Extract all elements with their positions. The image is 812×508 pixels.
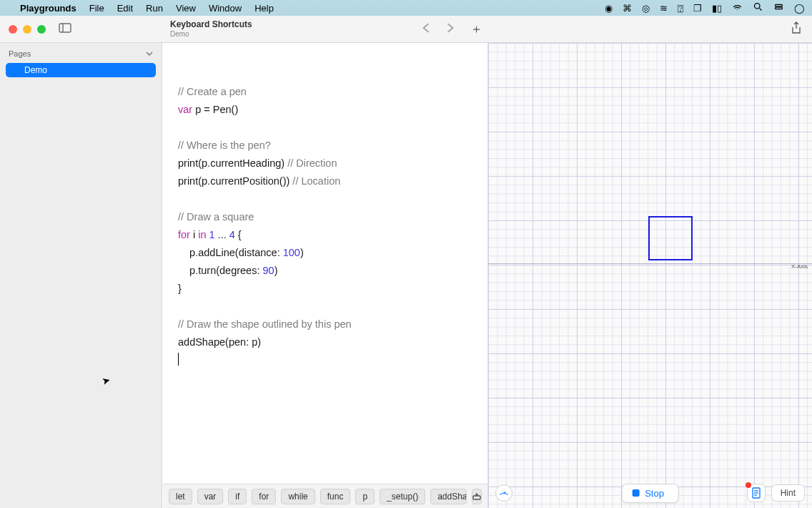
snippet-bar: let var if for while func p _setup() add…: [163, 484, 487, 508]
toolbar: Keyboard Shortcuts Demo ＋: [0, 16, 812, 43]
code-keyword: in: [198, 229, 206, 240]
status-icon-5[interactable]: ⍰: [678, 3, 683, 14]
sidebar-section-label: Pages: [9, 49, 31, 58]
menubar-left: Playgrounds File Edit Run View Window He…: [7, 3, 274, 14]
snippet-p[interactable]: p: [355, 489, 375, 504]
menu-view[interactable]: View: [176, 3, 196, 14]
code-number: 90: [262, 265, 274, 276]
text-cursor: [178, 353, 179, 366]
canvas-controls: Stop Hint: [488, 484, 812, 502]
svg-rect-2: [776, 4, 783, 6]
code-number: 1: [209, 229, 215, 240]
code-text: print(p.currentHeading): [178, 157, 287, 169]
drawn-square: [648, 216, 693, 260]
status-icon-4[interactable]: ≋: [660, 3, 668, 14]
snippet-var[interactable]: var: [197, 489, 224, 504]
expand-snippets-icon[interactable]: [472, 489, 482, 504]
canvas-grid: [488, 43, 812, 508]
menu-window[interactable]: Window: [209, 3, 242, 14]
fullscreen-window-button[interactable]: [37, 25, 46, 34]
document-title: Keyboard Shortcuts: [170, 20, 252, 29]
code-comment: // Create a pen: [178, 86, 247, 97]
x-axis-label: X-Axis: [791, 263, 808, 270]
code-text: i: [190, 229, 198, 240]
svg-rect-3: [776, 7, 783, 9]
code-text: }: [178, 283, 182, 294]
nav-forward-icon[interactable]: [446, 23, 455, 36]
code-text: p = Pen(): [192, 104, 238, 115]
status-icon-2[interactable]: ⌘: [623, 3, 632, 14]
snippet-setup[interactable]: _setup(): [380, 489, 425, 504]
snippet-for[interactable]: for: [252, 489, 276, 504]
toolbar-title: Keyboard Shortcuts Demo: [170, 20, 252, 37]
code-comment: // Draw the shape outlined by this pen: [178, 318, 352, 330]
stop-icon: [632, 489, 639, 497]
stop-button[interactable]: Stop: [621, 484, 679, 503]
minimize-window-button[interactable]: [23, 25, 31, 34]
svg-line-1: [759, 8, 761, 10]
menu-edit[interactable]: Edit: [117, 3, 133, 14]
notification-dot-icon: [746, 482, 751, 488]
sidebar-item-demo[interactable]: Demo: [6, 63, 156, 77]
chevron-down-icon: [146, 49, 153, 58]
wifi-icon[interactable]: [732, 1, 743, 14]
sidebar-section-header[interactable]: Pages: [0, 47, 162, 60]
menubar-right: ◉ ⌘ ◎ ≋ ⍰ ❐ ▮▯ ◯: [605, 1, 805, 14]
speed-button[interactable]: [495, 484, 513, 502]
snippet-let[interactable]: let: [169, 489, 192, 504]
documentation-button[interactable]: [747, 484, 766, 502]
body: Pages Demo // Create a pen var p = Pen()…: [0, 43, 812, 508]
menubar: Playgrounds File Edit Run View Window He…: [0, 0, 812, 16]
app-name[interactable]: Playgrounds: [20, 3, 76, 14]
status-icon-6[interactable]: ❐: [693, 3, 702, 14]
code-text: ...: [215, 229, 229, 240]
sidebar-toggle-icon[interactable]: [59, 23, 71, 36]
snippet-if[interactable]: if: [228, 489, 247, 504]
code-comment: // Direction: [287, 157, 337, 169]
code-comment: // Location: [292, 175, 340, 187]
status-icon-3[interactable]: ◎: [642, 3, 650, 14]
control-center-icon[interactable]: [773, 1, 784, 14]
code-editor[interactable]: // Create a pen var p = Pen() // Where i…: [162, 43, 487, 508]
toolbar-nav: ＋: [422, 21, 482, 37]
code-text: ): [300, 247, 304, 258]
sidebar-item-label: Demo: [24, 65, 47, 75]
svg-rect-4: [59, 24, 71, 32]
status-icon-1[interactable]: ◉: [605, 3, 613, 14]
code-keyword: var: [178, 104, 192, 115]
snippet-while[interactable]: while: [281, 489, 315, 504]
snippet-addshape[interactable]: addShape(pen: Pen): [430, 489, 467, 504]
hint-button[interactable]: Hint: [771, 484, 805, 502]
code-keyword: for: [178, 229, 190, 240]
right-controls: Hint: [747, 484, 805, 502]
siri-icon[interactable]: ◯: [794, 3, 805, 14]
code-comment: // Where is the pen?: [178, 140, 271, 151]
code-text: addShape(pen: p): [178, 336, 261, 348]
svg-rect-11: [473, 496, 480, 499]
hint-label: Hint: [781, 488, 796, 498]
svg-point-0: [755, 4, 761, 9]
code-comment: // Draw a square: [178, 211, 254, 223]
menu-file[interactable]: File: [89, 3, 104, 14]
code-text: p.addLine(distance:: [178, 247, 283, 258]
nav-back-icon[interactable]: [422, 23, 430, 36]
output-canvas: X-Axis Stop Hint: [487, 43, 812, 508]
code-text: p.turn(degrees:: [178, 265, 262, 276]
code-text: ): [274, 265, 278, 276]
code-text: {: [235, 229, 242, 240]
stop-label: Stop: [645, 488, 664, 499]
document-subtitle: Demo: [170, 30, 252, 38]
snippet-func[interactable]: func: [320, 489, 351, 504]
add-page-icon[interactable]: ＋: [470, 21, 482, 37]
close-window-button[interactable]: [9, 25, 17, 34]
sidebar: Pages Demo: [0, 43, 162, 508]
battery-icon[interactable]: ▮▯: [712, 3, 722, 14]
code-number: 100: [283, 247, 300, 258]
code-number: 4: [229, 229, 235, 240]
menu-run[interactable]: Run: [146, 3, 163, 14]
code-text: print(p.currentPosition()): [178, 175, 292, 187]
window-controls: [0, 25, 46, 34]
menu-help[interactable]: Help: [254, 3, 274, 14]
spotlight-icon[interactable]: [753, 1, 763, 14]
share-icon[interactable]: [791, 21, 802, 37]
